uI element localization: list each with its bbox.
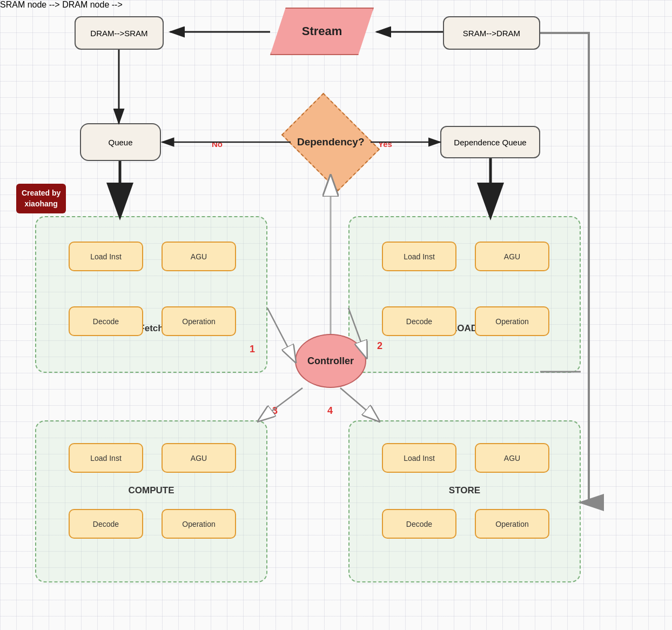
compute-title: COMPUTE bbox=[36, 485, 266, 496]
fetch-operation: Operation bbox=[162, 306, 236, 336]
compute-decode: Decode bbox=[69, 509, 143, 539]
dram-sram-node: DRAM-->SRAM bbox=[75, 16, 164, 50]
watermark: Created byxiaohang bbox=[16, 184, 66, 213]
compute-load-inst: Load Inst bbox=[69, 443, 143, 473]
no-label: No bbox=[212, 139, 223, 149]
store-title: STORE bbox=[350, 485, 580, 496]
queue-node: Queue bbox=[80, 123, 161, 161]
dep-queue-node: Dependence Queue bbox=[440, 126, 540, 158]
queue-label: Queue bbox=[108, 138, 132, 147]
dependency-inner: Dependency? bbox=[297, 136, 365, 148]
controller-label: Controller bbox=[307, 356, 354, 367]
yes-label: Yes bbox=[378, 139, 392, 149]
dependency-node: Dependency? bbox=[281, 93, 380, 191]
dependency-label: Dependency? bbox=[297, 136, 365, 148]
num3-label: 3 bbox=[272, 405, 278, 417]
num1-label: 1 bbox=[250, 344, 255, 355]
stream-label: Stream bbox=[302, 24, 342, 38]
sram-dram-label: SRAM-->DRAM bbox=[463, 29, 520, 38]
compute-agu: AGU bbox=[162, 443, 236, 473]
store-operation: Operation bbox=[475, 509, 549, 539]
load-decode: Decode bbox=[382, 306, 456, 336]
load-module: Load Inst AGU LOAD Decode Operation bbox=[348, 216, 581, 373]
dram-sram-label: DRAM-->SRAM bbox=[90, 29, 147, 38]
fetch-load-inst: Load Inst bbox=[69, 242, 143, 271]
fetch-module: Load Inst AGU Fetch Decode Operation bbox=[35, 216, 267, 373]
num2-label: 2 bbox=[377, 340, 382, 352]
store-load-inst: Load Inst bbox=[382, 443, 456, 473]
load-load-inst: Load Inst bbox=[382, 242, 456, 271]
controller-node: Controller bbox=[295, 334, 366, 388]
fetch-decode: Decode bbox=[69, 306, 143, 336]
store-module: Load Inst AGU STORE Decode Operation bbox=[348, 420, 581, 582]
stream-node: Stream bbox=[270, 8, 374, 55]
num4-label: 4 bbox=[327, 405, 333, 417]
load-operation: Operation bbox=[475, 306, 549, 336]
sram-dram-node: SRAM-->DRAM bbox=[443, 16, 540, 50]
load-agu: AGU bbox=[475, 242, 549, 271]
compute-operation: Operation bbox=[162, 509, 236, 539]
store-decode: Decode bbox=[382, 509, 456, 539]
compute-module: Load Inst AGU COMPUTE Decode Operation bbox=[35, 420, 267, 582]
fetch-agu: AGU bbox=[162, 242, 236, 271]
main-canvas: Created byxiaohang SRAM node --> DRAM-->… bbox=[0, 0, 672, 630]
store-agu: AGU bbox=[475, 443, 549, 473]
dep-queue-label: Dependence Queue bbox=[454, 138, 526, 147]
